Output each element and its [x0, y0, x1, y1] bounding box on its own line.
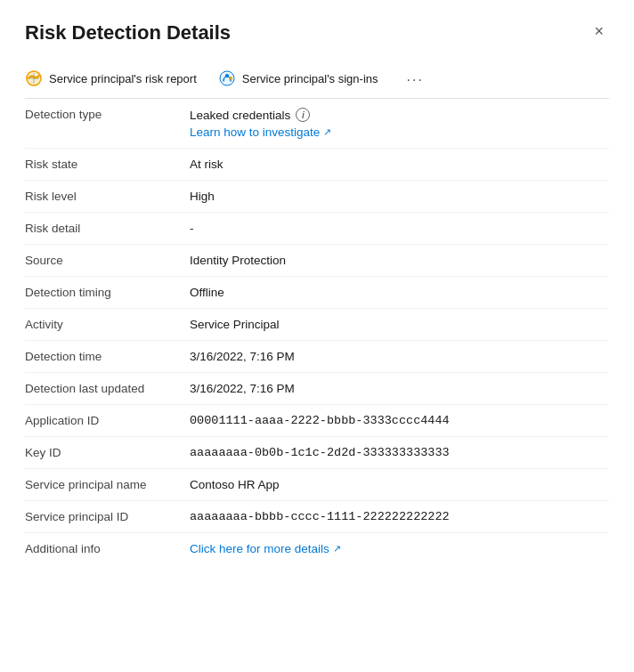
tab-sign-ins-label: Service principal's sign-ins [242, 72, 378, 85]
table-row: Detection timing Offline [25, 277, 609, 309]
info-icon[interactable]: i [296, 108, 310, 122]
field-label-activity: Activity [25, 309, 190, 341]
field-label-additional-info: Additional info [25, 533, 190, 565]
field-value-additional-info: Click here for more details ↗ [190, 533, 609, 565]
click-here-link[interactable]: Click here for more details ↗ [190, 542, 341, 555]
sign-ins-icon [218, 69, 236, 87]
panel-title: Risk Detection Details [25, 21, 231, 45]
field-label-detection-time: Detection time [25, 341, 190, 373]
detection-type-row: Leaked credentials i [190, 108, 609, 122]
details-table: Detection type Leaked credentials i Lear… [25, 99, 609, 564]
detection-type-value: Leaked credentials [190, 109, 290, 122]
field-value-risk-detail: - [190, 213, 609, 245]
field-label-service-principal-name: Service principal name [25, 469, 190, 501]
field-value-activity: Service Principal [190, 309, 609, 341]
field-value-risk-level: High [190, 181, 609, 213]
nav-tabs: Service principal's risk report Service … [25, 62, 609, 99]
field-label-service-principal-id: Service principal ID [25, 501, 190, 533]
field-label-detection-timing: Detection timing [25, 277, 190, 309]
external-link-icon-2: ↗ [333, 543, 341, 555]
field-value-source: Identity Protection [190, 245, 609, 277]
field-label-risk-detail: Risk detail [25, 213, 190, 245]
field-value-detection-type: Leaked credentials i Learn how to invest… [190, 99, 609, 149]
table-row: Key ID aaaaaaaa-0b0b-1c1c-2d2d-333333333… [25, 437, 609, 469]
table-row: Detection last updated 3/16/2022, 7:16 P… [25, 373, 609, 405]
tab-risk-report[interactable]: Service principal's risk report [25, 62, 209, 98]
table-row: Source Identity Protection [25, 245, 609, 277]
table-row: Additional info Click here for more deta… [25, 533, 609, 565]
tab-risk-report-label: Service principal's risk report [49, 72, 197, 85]
table-row: Risk state At risk [25, 149, 609, 181]
field-label-source: Source [25, 245, 190, 277]
risk-detection-panel: Risk Detection Details × Service princip… [0, 0, 634, 672]
table-row: Risk detail - [25, 213, 609, 245]
table-row: Service principal name Contoso HR App [25, 469, 609, 501]
panel-header: Risk Detection Details × [25, 21, 609, 45]
field-value-detection-timing: Offline [190, 277, 609, 309]
field-value-detection-last-updated: 3/16/2022, 7:16 PM [190, 373, 609, 405]
field-label-detection-type: Detection type [25, 99, 190, 149]
table-row: Application ID 00001111-aaaa-2222-bbbb-3… [25, 405, 609, 437]
field-value-service-principal-name: Contoso HR App [190, 469, 609, 501]
field-label-risk-level: Risk level [25, 181, 190, 213]
field-value-key-id: aaaaaaaa-0b0b-1c1c-2d2d-333333333333 [190, 437, 609, 469]
click-here-label: Click here for more details [190, 542, 329, 555]
svg-point-3 [225, 74, 229, 77]
detection-type-cell: Leaked credentials i Learn how to invest… [190, 108, 609, 139]
more-options-button[interactable]: ··· [400, 69, 431, 92]
external-link-icon: ↗ [323, 126, 331, 138]
risk-report-icon [25, 69, 43, 87]
table-row: Detection type Leaked credentials i Lear… [25, 99, 609, 149]
close-button[interactable]: × [589, 21, 609, 41]
field-label-risk-state: Risk state [25, 149, 190, 181]
field-value-service-principal-id: aaaaaaaa-bbbb-cccc-1111-222222222222 [190, 501, 609, 533]
field-label-application-id: Application ID [25, 405, 190, 437]
table-row: Detection time 3/16/2022, 7:16 PM [25, 341, 609, 373]
field-label-detection-last-updated: Detection last updated [25, 373, 190, 405]
field-value-application-id: 00001111-aaaa-2222-bbbb-3333cccc4444 [190, 405, 609, 437]
field-label-key-id: Key ID [25, 437, 190, 469]
field-value-risk-state: At risk [190, 149, 609, 181]
learn-how-label: Learn how to investigate [190, 125, 320, 139]
table-row: Service principal ID aaaaaaaa-bbbb-cccc-… [25, 501, 609, 533]
tab-sign-ins[interactable]: Service principal's sign-ins [218, 62, 391, 98]
table-row: Risk level High [25, 181, 609, 213]
table-row: Activity Service Principal [25, 309, 609, 341]
field-value-detection-time: 3/16/2022, 7:16 PM [190, 341, 609, 373]
learn-how-link[interactable]: Learn how to investigate ↗ [190, 125, 609, 139]
